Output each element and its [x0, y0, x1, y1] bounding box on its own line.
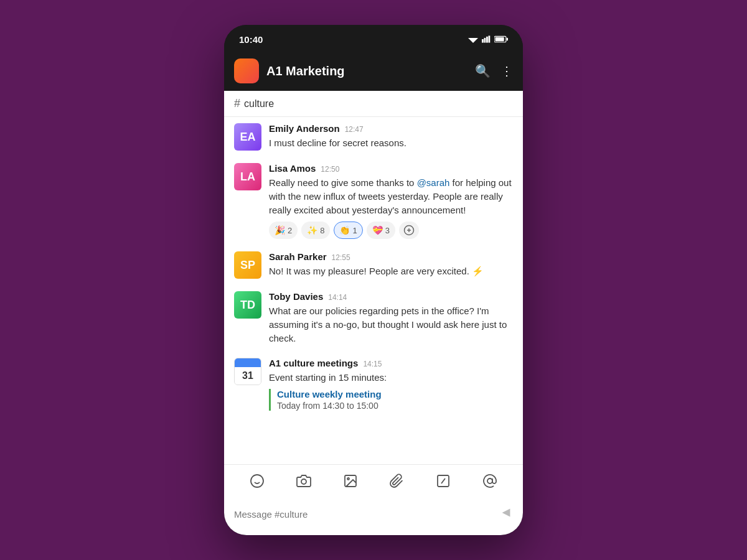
- message-header: Sarah Parker 12:55: [269, 251, 513, 262]
- mention-icon[interactable]: [480, 471, 500, 495]
- reaction-count: 3: [385, 226, 390, 235]
- svg-rect-1: [482, 39, 484, 43]
- reaction-sparkle[interactable]: ✨ 8: [301, 222, 330, 239]
- svg-point-16: [347, 478, 349, 480]
- avatar-calendar: 31: [234, 358, 261, 385]
- message-content: A1 culture meetings 14:15 Event starting…: [269, 358, 513, 411]
- camera-icon[interactable]: [294, 471, 314, 495]
- wifi-icon: [468, 35, 478, 43]
- svg-rect-3: [486, 37, 488, 43]
- svg-line-18: [441, 478, 445, 483]
- phone-frame: 10:40: [224, 25, 523, 535]
- message-input[interactable]: [234, 509, 493, 520]
- image-icon[interactable]: [341, 471, 360, 495]
- svg-marker-20: [502, 509, 510, 517]
- signal-icon: [482, 35, 491, 43]
- search-icon[interactable]: 🔍: [475, 63, 491, 78]
- reaction-clap[interactable]: 👏 1: [334, 222, 362, 239]
- sender-name: Sarah Parker: [269, 251, 327, 262]
- sender-name: Lisa Amos: [269, 163, 316, 174]
- message-row: TD Toby Davies 14:14 What are our polici…: [224, 285, 523, 351]
- event-title[interactable]: Culture weekly meeting: [277, 389, 513, 399]
- reaction-emoji: 👏: [339, 225, 350, 235]
- svg-rect-4: [489, 35, 491, 42]
- cal-header: [235, 358, 261, 367]
- app-logo: [234, 58, 259, 83]
- channel-bar: # culture: [224, 91, 523, 117]
- message-time: 12:50: [321, 165, 339, 174]
- message-text: Event starting in 15 minutes:: [269, 371, 513, 385]
- message-content: Lisa Amos 12:50 Really need to give some…: [269, 163, 513, 239]
- status-time: 10:40: [239, 34, 263, 45]
- status-bar: 10:40: [224, 25, 523, 52]
- add-reaction-button[interactable]: [399, 222, 419, 239]
- reaction-count: 2: [288, 226, 292, 235]
- message-row: LA Lisa Amos 12:50 Really need to give s…: [224, 157, 523, 245]
- message-time: 14:15: [363, 360, 382, 368]
- sender-name: A1 culture meetings: [269, 358, 358, 368]
- svg-marker-0: [468, 38, 478, 43]
- message-header: Lisa Amos 12:50: [269, 163, 513, 174]
- message-content: Toby Davies 14:14 What are our policies …: [269, 291, 513, 345]
- message-input-bar: [224, 501, 523, 535]
- bottom-toolbar: [224, 464, 523, 501]
- reaction-count: 1: [352, 226, 357, 235]
- status-icons: [468, 35, 508, 43]
- reaction-party[interactable]: 🎉 2: [269, 222, 298, 239]
- reaction-heart[interactable]: 💝 3: [367, 222, 395, 239]
- send-button[interactable]: [499, 506, 513, 523]
- message-text: No! It was my pleasure! People are very …: [269, 264, 513, 278]
- attachment-icon[interactable]: [387, 471, 406, 495]
- more-options-icon[interactable]: ⋮: [500, 63, 513, 78]
- message-header: Emily Anderson 12:47: [269, 123, 513, 134]
- message-content: Emily Anderson 12:47 I must decline for …: [269, 123, 513, 150]
- message-text: I must decline for secret reasons.: [269, 136, 513, 150]
- message-time: 14:14: [328, 293, 347, 302]
- message-row: EA Emily Anderson 12:47 I must decline f…: [224, 117, 523, 157]
- reaction-emoji: 💝: [372, 225, 383, 235]
- channel-hash: #: [234, 97, 240, 110]
- message-time: 12:47: [345, 125, 364, 134]
- svg-point-19: [487, 478, 492, 483]
- battery-icon: [494, 35, 508, 43]
- svg-point-11: [251, 475, 263, 487]
- message-time: 12:55: [332, 253, 350, 262]
- svg-point-14: [301, 479, 306, 484]
- message-content: Sarah Parker 12:55 No! It was my pleasur…: [269, 251, 513, 278]
- event-time: Today from 14:30 to 15:00: [277, 401, 513, 411]
- avatar: TD: [234, 291, 261, 319]
- svg-rect-2: [484, 38, 486, 43]
- emoji-icon[interactable]: [247, 471, 267, 495]
- slash-command-icon[interactable]: [433, 471, 453, 495]
- header-icons: 🔍 ⋮: [475, 63, 513, 78]
- event-card: Culture weekly meeting Today from 14:30 …: [269, 389, 513, 411]
- message-text: Really need to give some thanks to @sara…: [269, 176, 513, 217]
- app-header: A1 Marketing 🔍 ⋮: [224, 52, 523, 91]
- reaction-count: 8: [320, 226, 324, 235]
- channel-name: culture: [244, 98, 274, 110]
- svg-rect-7: [507, 38, 508, 41]
- app-title: A1 Marketing: [266, 64, 467, 78]
- avatar: SP: [234, 251, 261, 279]
- svg-rect-6: [496, 37, 504, 41]
- avatar: EA: [234, 123, 261, 151]
- sender-name: Emily Anderson: [269, 123, 340, 134]
- mention[interactable]: @sarah: [417, 177, 450, 188]
- message-row: SP Sarah Parker 12:55 No! It was my plea…: [224, 245, 523, 285]
- avatar: LA: [234, 163, 261, 190]
- sender-name: Toby Davies: [269, 291, 323, 302]
- message-header: A1 culture meetings 14:15: [269, 358, 513, 368]
- message-row: 31 A1 culture meetings 14:15 Event start…: [224, 352, 523, 418]
- messages-area: EA Emily Anderson 12:47 I must decline f…: [224, 117, 523, 464]
- message-text: What are our policies regarding pets in …: [269, 304, 513, 345]
- cal-body: 31: [235, 367, 261, 385]
- reaction-emoji: ✨: [307, 225, 317, 235]
- reactions-bar: 🎉 2 ✨ 8 👏 1 💝 3: [269, 222, 513, 239]
- message-header: Toby Davies 14:14: [269, 291, 513, 302]
- reaction-emoji: 🎉: [275, 225, 285, 235]
